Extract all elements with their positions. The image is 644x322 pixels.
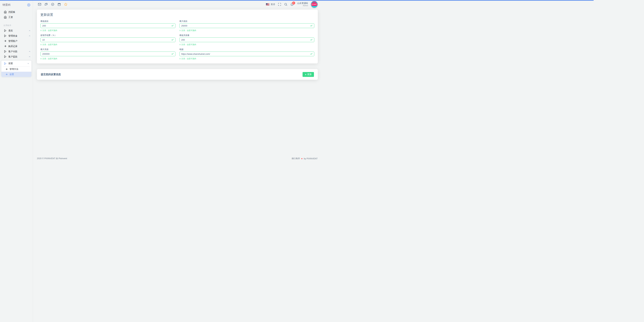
withdraw-fee-input[interactable] xyxy=(40,38,176,42)
field-label: 最大充值 xyxy=(40,48,176,51)
sidebar-item-customer-withdrawals[interactable]: 客户提款 xyxy=(0,54,33,59)
submit-title: 提交您的设置信息 xyxy=(41,73,61,76)
footer-credit: 精心制作 ♥ by PIXINVENT xyxy=(292,157,318,160)
sidebar-item-manage-bonus[interactable]: 管理奖金 xyxy=(0,33,33,39)
circle-icon xyxy=(180,30,180,31)
content: 更新设置 最低提款 注意：这是可选的 最大 xyxy=(33,9,322,80)
arrow-right-icon xyxy=(5,68,8,70)
field-hint: 注意：这是可选的 xyxy=(40,43,176,46)
sidebar-item-label: 管理客户 xyxy=(8,40,31,43)
input-wrapper xyxy=(40,52,176,56)
field-label: 最大提款 xyxy=(180,20,314,23)
user-info[interactable]: 山水资源站 Admin xyxy=(297,2,308,7)
field-hint: 注意：这是可选的 xyxy=(180,43,314,46)
star-icon[interactable] xyxy=(64,3,68,6)
chevron-up-icon xyxy=(28,56,31,58)
sidebar-item-settings-parent[interactable]: 设置 xyxy=(1,61,31,66)
sidebar-item-label: 管理奖金 xyxy=(8,35,28,38)
sidebar-item-label: 工资 xyxy=(8,16,31,19)
sidebar-item-label: 挡泥板 xyxy=(8,11,31,14)
arrow-right-icon xyxy=(4,45,7,48)
play-icon xyxy=(4,50,7,53)
field-withdraw-fee: 提现手续费（％） 注意：这是可选的 xyxy=(40,34,176,48)
footer-credit-prefix: 精心制作 xyxy=(292,157,300,160)
avatar[interactable]: START xyxy=(311,1,318,8)
input-wrapper xyxy=(40,38,176,42)
home-icon xyxy=(4,16,7,19)
home-icon xyxy=(4,11,7,14)
chevron-up-icon xyxy=(28,35,31,37)
min-withdraw-input[interactable] xyxy=(40,23,176,28)
field-label: 最低提款 xyxy=(40,20,176,23)
update-button-label: 更新 xyxy=(307,73,312,76)
footer-credit-suffix: by PIXINVENT xyxy=(304,157,318,160)
play-icon xyxy=(4,62,7,65)
play-icon xyxy=(4,29,7,32)
field-hint: 注意：这是可选的 xyxy=(180,29,314,32)
valid-check-icon xyxy=(310,39,312,41)
hint-text: 注意：这是可选的 xyxy=(42,43,57,46)
input-wrapper xyxy=(180,52,314,56)
sidebar-subitem-settings-active[interactable]: 设置 xyxy=(1,72,31,77)
card-title: 更新设置 xyxy=(40,13,314,17)
hint-text: 注意：这是可选的 xyxy=(182,57,196,60)
field-min-deposit: 最低充值量 注意：这是可选的 xyxy=(180,34,314,48)
avatar-start-logo: START xyxy=(311,3,318,6)
search-icon[interactable] xyxy=(284,3,288,6)
input-wrapper xyxy=(180,38,314,42)
sidebar-item-label: 贵宾 xyxy=(8,29,28,32)
mail-icon[interactable] xyxy=(38,3,41,6)
sidebar-item-customer-payments[interactable]: 客户付款 xyxy=(0,49,33,54)
footer: 2020 © PIXINVENT 由 Pixinvent 精心制作 ♥ by P… xyxy=(33,157,322,160)
language-selector[interactable]: 英语 xyxy=(266,3,275,6)
input-wrapper xyxy=(180,23,314,28)
brand: 纳普科 xyxy=(0,1,33,9)
sidebar: 纳普科 挡泥板 工资 应用程序 贵宾 xyxy=(0,0,33,161)
notifications-button[interactable]: 5 xyxy=(290,3,294,6)
hint-text: 注意：这是可选的 xyxy=(42,29,57,32)
update-settings-card: 更新设置 最低提款 注意：这是可选的 最大 xyxy=(37,10,318,64)
field-max-withdraw: 最大提款 注意：这是可选的 xyxy=(180,20,314,34)
sidebar-section-apps: 应用程序 xyxy=(4,24,33,27)
field-hint: 注意：这是可选的 xyxy=(40,29,176,32)
field-max-deposit: 最大充值 注意：这是可选的 xyxy=(40,48,176,62)
check-circle-icon[interactable] xyxy=(51,3,54,6)
field-label: 电报 xyxy=(180,48,314,51)
field-hint: 注意：这是可选的 xyxy=(40,57,176,60)
language-label: 英语 xyxy=(271,3,275,6)
submit-card: 提交您的设置信息 + 更新 xyxy=(37,69,318,80)
main-area: 英语 5 山水资源站 Admin START xyxy=(33,0,322,161)
heart-icon: ♥ xyxy=(301,157,302,160)
chevron-up-icon xyxy=(28,30,31,32)
sidebar-item-vip[interactable]: 贵宾 xyxy=(0,28,33,33)
min-deposit-input[interactable] xyxy=(180,38,314,42)
field-label: 最低充值量 xyxy=(180,34,314,37)
sidebar-toggle-disc-icon[interactable] xyxy=(27,3,30,7)
max-withdraw-input[interactable] xyxy=(180,23,314,28)
sidebar-item-salary[interactable]: 工资 xyxy=(0,15,33,20)
sidebar-item-purchase-history[interactable]: 购买记录 xyxy=(0,44,33,49)
max-deposit-input[interactable] xyxy=(40,52,176,56)
sidebar-item-manage-customers[interactable]: 管理客户 xyxy=(0,39,33,44)
navbar-right: 英语 5 山水资源站 Admin START xyxy=(266,1,318,8)
hint-text: 注意：这是可选的 xyxy=(182,29,196,32)
sidebar-settings-group: 设置 管理方法 设置 xyxy=(1,61,31,77)
fullscreen-icon[interactable] xyxy=(278,3,281,6)
notification-badge: 5 xyxy=(292,2,295,5)
play-icon xyxy=(4,55,7,58)
update-button[interactable]: + 更新 xyxy=(302,72,314,77)
sidebar-subitem-manage-methods[interactable]: 管理方法 xyxy=(1,67,31,72)
circle-icon xyxy=(40,44,42,45)
chat-icon[interactable] xyxy=(44,3,48,6)
sidebar-item-label: 购买记录 xyxy=(8,45,31,48)
valid-check-icon xyxy=(310,53,312,55)
telegram-input[interactable] xyxy=(180,52,314,56)
calendar-icon[interactable] xyxy=(58,3,61,6)
plus-icon: + xyxy=(305,73,306,76)
settings-form: 最低提款 注意：这是可选的 最大提款 xyxy=(40,20,314,62)
hint-text: 注意：这是可选的 xyxy=(42,57,57,60)
sidebar-item-label: 客户付款 xyxy=(8,50,28,53)
sidebar-item-dashboard[interactable]: 挡泥板 xyxy=(0,10,33,15)
circle-icon xyxy=(40,58,42,59)
field-min-withdraw: 最低提款 注意：这是可选的 xyxy=(40,20,176,34)
